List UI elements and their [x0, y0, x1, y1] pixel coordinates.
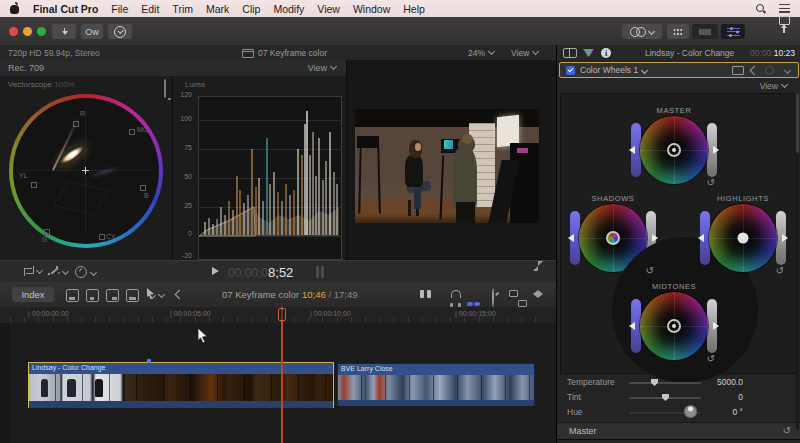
saturation-slider[interactable] — [707, 123, 717, 177]
clip-inspector-icon[interactable] — [563, 48, 577, 58]
effect-keyframe-icon[interactable] — [765, 66, 774, 75]
zoom-menu[interactable]: 24% — [468, 48, 494, 58]
playhead-handle[interactable] — [278, 308, 286, 321]
color-inspector-icon[interactable] — [584, 49, 594, 57]
color-wheel-highlights[interactable]: ↺ — [700, 204, 786, 272]
clip-bve-filmstrip — [338, 375, 534, 400]
audio-meter-left[interactable] — [316, 266, 319, 278]
tool-menu[interactable] — [146, 288, 164, 300]
viewer-view-menu[interactable]: View — [511, 48, 538, 58]
menu-view[interactable]: View — [317, 3, 340, 15]
saturation-slider[interactable] — [707, 299, 717, 353]
luma-tick-100: 100 — [174, 115, 192, 122]
param-label: Temperature — [567, 377, 615, 387]
zoom-button[interactable] — [37, 27, 46, 36]
background-tasks-button[interactable] — [108, 24, 132, 39]
menu-list-icon[interactable] — [779, 4, 790, 13]
param-value[interactable]: 0 ° — [683, 407, 743, 417]
retime-button[interactable] — [75, 266, 96, 278]
effect-keyframe-prev-icon[interactable] — [750, 65, 760, 75]
overwrite-edit-icon[interactable] — [126, 289, 139, 302]
crop-tool-button[interactable] — [24, 266, 42, 275]
index-button[interactable]: Index — [12, 287, 54, 302]
hue-wheel[interactable] — [640, 116, 708, 184]
param-tint: Tint 0 — [560, 390, 797, 405]
slider-thumb[interactable] — [662, 394, 669, 401]
hue-wheel[interactable] — [579, 204, 647, 272]
video-frame[interactable] — [355, 109, 539, 223]
luma-tick-neg20: -20 — [174, 252, 192, 259]
menu-modify[interactable]: Modify — [273, 3, 304, 15]
param-value[interactable]: 5000.0 — [683, 377, 743, 387]
inspector-header: Lindsay - Color Change 00:00:10:23 — [556, 45, 800, 61]
wheel-puck[interactable] — [667, 319, 681, 333]
color-wheel-master[interactable]: ↺ — [631, 116, 717, 184]
back-icon[interactable] — [175, 290, 185, 300]
inspector-scrollbar[interactable] — [796, 93, 799, 430]
color-wheel-midtones[interactable]: ↺ — [631, 292, 717, 360]
slider-thumb[interactable] — [651, 379, 658, 386]
display-icon[interactable] — [164, 79, 166, 98]
info-inspector-icon[interactable] — [601, 48, 611, 58]
menu-trim[interactable]: Trim — [172, 3, 193, 15]
menu-edit[interactable]: Edit — [141, 3, 159, 15]
color-wheel-shadows[interactable]: ↺ — [570, 204, 656, 272]
reset-icon[interactable]: ↺ — [707, 178, 715, 188]
append-edit-icon[interactable] — [106, 289, 119, 302]
search-icon[interactable] — [756, 4, 765, 13]
clip-lindsay[interactable]: Lindsay - Color Change — [28, 362, 334, 408]
import-button[interactable] — [52, 24, 76, 39]
wheel-puck[interactable] — [738, 233, 749, 244]
hue-wheel[interactable] — [640, 292, 708, 360]
reset-icon[interactable]: ↺ — [783, 426, 791, 436]
keyframe-marker[interactable] — [147, 359, 151, 363]
reset-icon[interactable]: ↺ — [707, 354, 715, 364]
reset-icon[interactable]: ↺ — [776, 266, 784, 276]
apple-icon[interactable] — [10, 3, 20, 14]
chevron-down-icon[interactable] — [784, 66, 791, 73]
audio-meter-right[interactable] — [321, 266, 324, 278]
snapping-icon[interactable] — [492, 288, 494, 307]
luma-tick-50: 50 — [174, 173, 192, 180]
menu-mark[interactable]: Mark — [206, 3, 229, 15]
wheels-view-menu[interactable]: View — [760, 81, 787, 91]
crop-icon — [24, 266, 33, 275]
play-button[interactable] — [212, 267, 219, 275]
keyword-button[interactable]: Ow — [81, 24, 103, 39]
wheel-label-highlights: HIGHLIGHTS — [703, 194, 783, 203]
menu-help[interactable]: Help — [403, 3, 425, 15]
effect-frame-icon[interactable] — [732, 66, 744, 75]
wheel-label-shadows: SHADOWS — [573, 194, 653, 203]
param-hue: Hue 0 ° — [560, 405, 797, 420]
reset-icon[interactable]: ↺ — [646, 266, 654, 276]
scopes-view-menu[interactable]: View — [308, 63, 336, 73]
wheel-puck[interactable] — [667, 143, 681, 157]
menu-clip[interactable]: Clip — [242, 3, 260, 15]
wheel-label-midtones: MIDTONES — [634, 282, 714, 291]
clip-bve[interactable]: BVE Larry Close — [337, 363, 535, 406]
insert-edit-icon[interactable] — [86, 289, 99, 302]
hue-wheel[interactable] — [709, 204, 777, 272]
master-section-bar[interactable]: Master ↺ — [557, 422, 800, 440]
wheel-puck[interactable] — [606, 231, 620, 245]
saturation-slider[interactable] — [776, 211, 786, 265]
menu-file[interactable]: File — [111, 3, 128, 15]
chevron-down-icon — [90, 268, 97, 275]
menu-app-name[interactable]: Final Cut Pro — [33, 3, 98, 15]
effect-row-color-wheels[interactable]: Color Wheels 1 — [559, 62, 799, 78]
enhancements-button[interactable] — [49, 266, 68, 276]
minimize-button[interactable] — [23, 27, 32, 36]
playhead[interactable] — [281, 307, 283, 443]
target-label-b: B — [144, 192, 149, 199]
menu-window[interactable]: Window — [353, 3, 390, 15]
timeline-toggle-button[interactable] — [692, 24, 718, 39]
browser-button[interactable] — [667, 24, 689, 39]
clip-bve-title: BVE Larry Close — [338, 364, 534, 375]
close-button[interactable] — [9, 27, 18, 36]
viewer-header: 720p HD 59.94p, Stereo 07 Keyframe color… — [0, 45, 556, 61]
effect-enabled-checkbox[interactable] — [566, 66, 575, 75]
effects-browser-button[interactable] — [622, 24, 662, 39]
param-value[interactable]: 0 — [683, 392, 743, 402]
connect-edit-icon[interactable] — [66, 289, 79, 302]
inspector-toggle-button[interactable] — [721, 24, 745, 39]
